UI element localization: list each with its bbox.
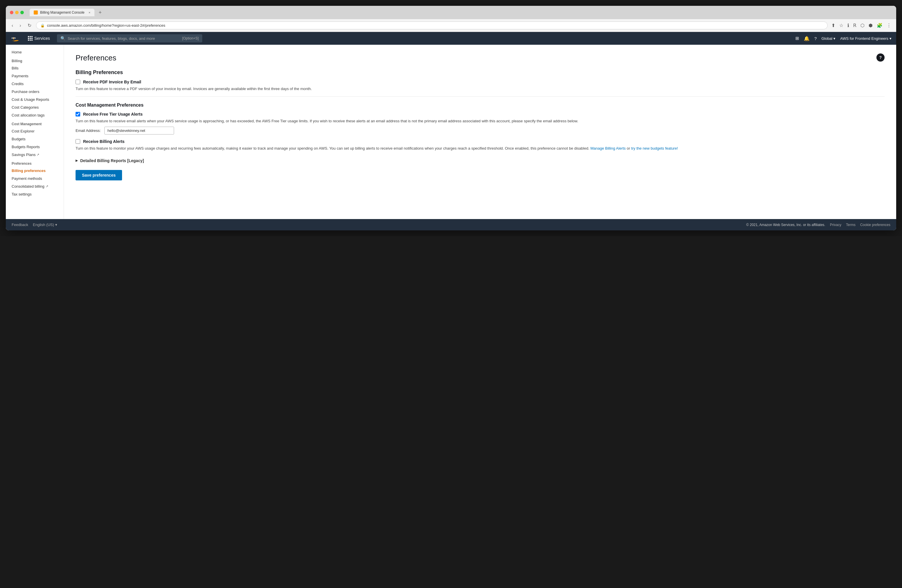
- extension2-icon[interactable]: ⬢: [868, 22, 874, 29]
- cookie-prefs-link[interactable]: Cookie preferences: [860, 223, 890, 227]
- reader-icon[interactable]: 𝖱: [852, 22, 857, 29]
- sidebar-item-tax-settings[interactable]: Tax settings: [6, 190, 64, 198]
- copyright-text: © 2021, Amazon Web Services, Inc. or its…: [746, 223, 825, 227]
- language-selector[interactable]: English (US) ▾: [33, 222, 57, 227]
- tab-close-btn[interactable]: ×: [89, 11, 90, 14]
- sidebar-section-billing: Billing: [6, 56, 64, 64]
- grid-icon: [28, 36, 33, 41]
- free-tier-row: Receive Free Tier Usage Alerts: [75, 112, 885, 116]
- cost-mgmt-prefs-title: Cost Management Preferences: [75, 103, 885, 108]
- browser-nav: ‹ › ↻ 🔒 console.aws.amazon.com/billing/h…: [6, 19, 896, 32]
- email-address-input[interactable]: [104, 127, 174, 134]
- help-btn[interactable]: ?: [877, 53, 885, 62]
- sidebar-item-billing-preferences[interactable]: Billing preferences: [6, 167, 64, 175]
- free-tier-label[interactable]: Receive Free Tier Usage Alerts: [83, 112, 143, 116]
- notifications-btn[interactable]: 🔔: [804, 36, 810, 41]
- sidebar-item-credits[interactable]: Credits: [6, 80, 64, 88]
- sidebar: Home Billing Bills Payments Credits Purc…: [6, 45, 64, 219]
- page-title-row: Preferences ?: [75, 53, 885, 63]
- aws-topbar: aws Services 🔍 [Option+S] ⊞ 🔔 ? Global ▾: [6, 32, 896, 45]
- sidebar-item-payment-methods[interactable]: Payment methods: [6, 175, 64, 183]
- email-address-row: Email Address:: [75, 127, 885, 134]
- reload-btn[interactable]: ↻: [26, 22, 33, 29]
- lock-icon: 🔒: [41, 23, 45, 28]
- external-link-icon-2: ↗: [45, 185, 48, 188]
- free-tier-desc: Turn on this feature to receive email al…: [75, 118, 885, 124]
- topbar-right: ⊞ 🔔 ? Global ▾ AWS for Frontend Engineer…: [796, 36, 891, 41]
- pdf-invoice-label[interactable]: Receive PDF Invoice By Email: [83, 80, 141, 84]
- search-shortcut: [Option+S]: [182, 36, 199, 41]
- region-chevron-icon: ▾: [833, 36, 835, 41]
- collapse-arrow-icon: ▶: [75, 159, 78, 162]
- billing-alerts-row: Receive Billing Alerts: [75, 139, 885, 144]
- billing-alerts-checkbox[interactable]: [75, 139, 80, 144]
- billing-alerts-desc-1: Turn on this feature to monitor your AWS…: [75, 146, 589, 150]
- minimize-window-btn[interactable]: [15, 11, 19, 14]
- footer-right: © 2021, Amazon Web Services, Inc. or its…: [746, 223, 890, 227]
- maximize-window-btn[interactable]: [20, 11, 24, 14]
- support-btn[interactable]: ?: [814, 36, 817, 41]
- sidebar-item-cost-categories[interactable]: Cost Categories: [6, 103, 64, 111]
- search-input[interactable]: [68, 36, 180, 41]
- sidebar-item-home[interactable]: Home: [6, 48, 64, 56]
- manage-billing-alerts-link[interactable]: Manage Billing Alerts: [590, 146, 626, 150]
- pdf-invoice-checkbox[interactable]: [75, 80, 80, 84]
- save-preferences-btn[interactable]: Save preferences: [75, 170, 122, 180]
- email-address-label: Email Address:: [75, 128, 101, 133]
- detailed-billing-label: Detailed Billing Reports [Legacy]: [80, 158, 144, 163]
- region-btn[interactable]: Global ▾: [822, 36, 836, 41]
- free-tier-pref: Receive Free Tier Usage Alerts Turn on t…: [75, 112, 885, 135]
- billing-prefs-title: Billing Preferences: [75, 69, 885, 75]
- sidebar-item-cost-usage-reports[interactable]: Cost & Usage Reports: [6, 95, 64, 103]
- window-controls: [10, 11, 24, 14]
- terms-link[interactable]: Terms: [846, 223, 855, 227]
- nav-icons: ⬆ ☆ ℹ 𝖱 ⬡ ⬢ 🧩 ⋮: [830, 22, 892, 29]
- external-link-icon: ↗: [37, 153, 39, 156]
- address-bar[interactable]: 🔒 console.aws.amazon.com/billing/home?re…: [36, 22, 828, 29]
- back-btn[interactable]: ‹: [10, 22, 15, 29]
- new-tab-btn[interactable]: +: [99, 9, 102, 16]
- sidebar-item-purchase-orders[interactable]: Purchase orders: [6, 88, 64, 95]
- aws-logo[interactable]: aws: [11, 35, 21, 42]
- bookmark-icon[interactable]: ☆: [838, 22, 844, 29]
- search-icon: 🔍: [60, 36, 66, 41]
- close-window-btn[interactable]: [10, 11, 13, 14]
- sidebar-item-consolidated-billing[interactable]: Consolidated billing ↗: [6, 183, 64, 190]
- footer: Feedback English (US) ▾ © 2021, Amazon W…: [6, 219, 896, 230]
- content-area: Preferences ? Billing Preferences Receiv…: [64, 45, 896, 219]
- feedback-link[interactable]: Feedback: [12, 222, 28, 227]
- sidebar-item-bills[interactable]: Bills: [6, 64, 64, 72]
- puzzle-icon[interactable]: 🧩: [876, 22, 883, 29]
- forward-btn[interactable]: ›: [18, 22, 23, 29]
- privacy-link[interactable]: Privacy: [830, 223, 841, 227]
- sidebar-item-cost-explorer[interactable]: Cost Explorer: [6, 127, 64, 135]
- billing-alerts-or: or: [627, 146, 631, 150]
- sidebar-item-payments[interactable]: Payments: [6, 72, 64, 80]
- menu-icon[interactable]: ⋮: [886, 22, 892, 29]
- services-btn[interactable]: Services: [25, 35, 52, 42]
- share-icon[interactable]: ⬆: [830, 22, 836, 29]
- sidebar-item-budgets[interactable]: Budgets: [6, 135, 64, 143]
- browser-tab[interactable]: Billing Management Console ×: [30, 9, 94, 16]
- main-layout: Home Billing Bills Payments Credits Purc…: [6, 45, 896, 219]
- browser-titlebar: Billing Management Console × +: [6, 6, 896, 19]
- sidebar-section-preferences: Preferences: [6, 159, 64, 167]
- sidebar-item-budgets-reports[interactable]: Budgets Reports: [6, 143, 64, 151]
- billing-alerts-label[interactable]: Receive Billing Alerts: [83, 139, 125, 144]
- sidebar-item-savings-plans[interactable]: Savings Plans ↗: [6, 151, 64, 159]
- pdf-invoice-pref: Receive PDF Invoice By Email Turn on thi…: [75, 80, 885, 92]
- console-home-btn[interactable]: ⊞: [796, 36, 799, 41]
- free-tier-checkbox[interactable]: [75, 112, 80, 116]
- pdf-invoice-row: Receive PDF Invoice By Email: [75, 80, 885, 84]
- services-label: Services: [34, 36, 50, 41]
- language-chevron-icon: ▾: [55, 222, 57, 227]
- sidebar-item-cost-allocation-tags[interactable]: Cost allocation tags: [6, 111, 64, 119]
- extension-icon[interactable]: ⬡: [860, 22, 865, 29]
- info-icon[interactable]: ℹ: [847, 22, 850, 29]
- tab-title: Billing Management Console: [40, 11, 85, 14]
- detailed-billing-reports-row[interactable]: ▶ Detailed Billing Reports [Legacy]: [75, 156, 885, 165]
- search-bar[interactable]: 🔍 [Option+S]: [57, 34, 202, 42]
- try-budgets-link[interactable]: try the new budgets feature!: [631, 146, 678, 150]
- account-label: AWS for Frontend Engineers: [840, 36, 888, 41]
- account-btn[interactable]: AWS for Frontend Engineers ▾: [840, 36, 891, 41]
